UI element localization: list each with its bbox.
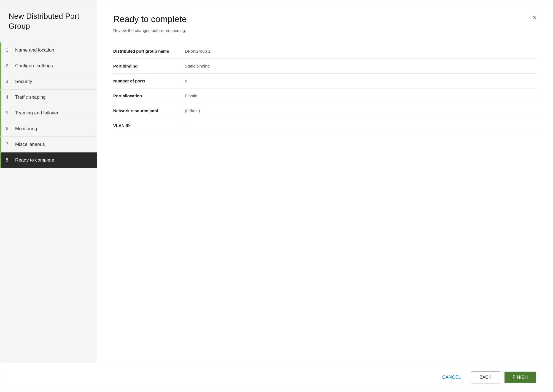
step-indicator-3: [0, 90, 1, 105]
step-number-0: 1: [6, 48, 11, 53]
sidebar-title: New Distributed Port Group: [0, 11, 97, 42]
back-button[interactable]: BACK: [471, 371, 500, 383]
step-label-3: Traffic shaping: [15, 95, 46, 100]
review-value-4: (default): [185, 103, 536, 118]
finish-button[interactable]: FINISH: [505, 372, 536, 383]
cancel-button[interactable]: CANCEL: [437, 372, 466, 383]
main-header: Ready to complete ×: [113, 14, 536, 24]
review-value-1: Static binding: [185, 59, 536, 74]
step-label-6: Miscellaneous: [15, 142, 45, 147]
sidebar-step-4[interactable]: 5Teaming and failover: [0, 105, 97, 121]
step-label-1: Configure settings: [15, 63, 53, 69]
step-number-3: 4: [6, 95, 11, 100]
sidebar-step-7[interactable]: 8Ready to complete: [0, 152, 97, 168]
review-value-5: --: [185, 118, 536, 133]
dialog-footer: CANCEL BACK FINISH: [0, 363, 553, 392]
step-label-7: Ready to complete: [15, 157, 54, 163]
dialog-body: New Distributed Port Group 1Name and loc…: [0, 0, 553, 363]
step-number-5: 6: [6, 126, 11, 131]
review-label-3: Port allocation: [113, 88, 185, 103]
step-indicator-7: [0, 152, 1, 168]
review-value-0: DPortGroup 1: [185, 44, 536, 59]
step-number-1: 2: [6, 63, 11, 68]
review-row-2: Number of ports8: [113, 74, 536, 88]
sidebar-step-0[interactable]: 1Name and location: [0, 42, 97, 58]
sidebar-step-3[interactable]: 4Traffic shaping: [0, 90, 97, 105]
step-label-5: Monitoring: [15, 126, 37, 131]
review-row-3: Port allocationElastic: [113, 88, 536, 103]
page-title: Ready to complete: [113, 14, 187, 24]
step-number-7: 8: [6, 158, 11, 163]
sidebar-step-1[interactable]: 2Configure settings: [0, 58, 97, 74]
sidebar-step-2[interactable]: 3Security: [0, 74, 97, 90]
review-row-4: Network resource pool(default): [113, 103, 536, 118]
sidebar-step-6[interactable]: 7Miscellaneous: [0, 137, 97, 152]
review-label-0: Distributed port group name: [113, 44, 185, 59]
review-label-4: Network resource pool: [113, 103, 185, 118]
review-row-0: Distributed port group nameDPortGroup 1: [113, 44, 536, 59]
review-table-body: Distributed port group nameDPortGroup 1P…: [113, 44, 536, 133]
dialog: New Distributed Port Group 1Name and loc…: [0, 0, 553, 392]
review-row-1: Port bindingStatic binding: [113, 59, 536, 74]
step-indicator-5: [0, 121, 1, 136]
sidebar-steps: 1Name and location2Configure settings3Se…: [0, 42, 97, 168]
step-number-2: 3: [6, 79, 11, 84]
main-content: Ready to complete × Review the changes b…: [97, 0, 553, 363]
sidebar: New Distributed Port Group 1Name and loc…: [0, 0, 97, 363]
sidebar-step-5[interactable]: 6Monitoring: [0, 121, 97, 137]
review-value-2: 8: [185, 74, 536, 88]
close-button[interactable]: ×: [532, 14, 536, 21]
review-label-2: Number of ports: [113, 74, 185, 88]
step-indicator-4: [0, 105, 1, 121]
step-label-0: Name and location: [15, 47, 54, 53]
step-number-4: 5: [6, 111, 11, 116]
review-label-5: VLAN ID: [113, 118, 185, 133]
main-subtitle: Review the changes before proceeding.: [113, 28, 536, 33]
step-indicator-0: [0, 42, 1, 58]
step-label-2: Security: [15, 79, 32, 84]
step-number-6: 7: [6, 142, 11, 147]
review-table: Distributed port group nameDPortGroup 1P…: [113, 44, 536, 133]
review-label-1: Port binding: [113, 59, 185, 74]
step-indicator-2: [0, 74, 1, 89]
review-value-3: Elastic: [185, 88, 536, 103]
step-indicator-1: [0, 58, 1, 74]
review-row-5: VLAN ID--: [113, 118, 536, 133]
step-indicator-6: [0, 137, 1, 152]
step-label-4: Teaming and failover: [15, 110, 58, 116]
